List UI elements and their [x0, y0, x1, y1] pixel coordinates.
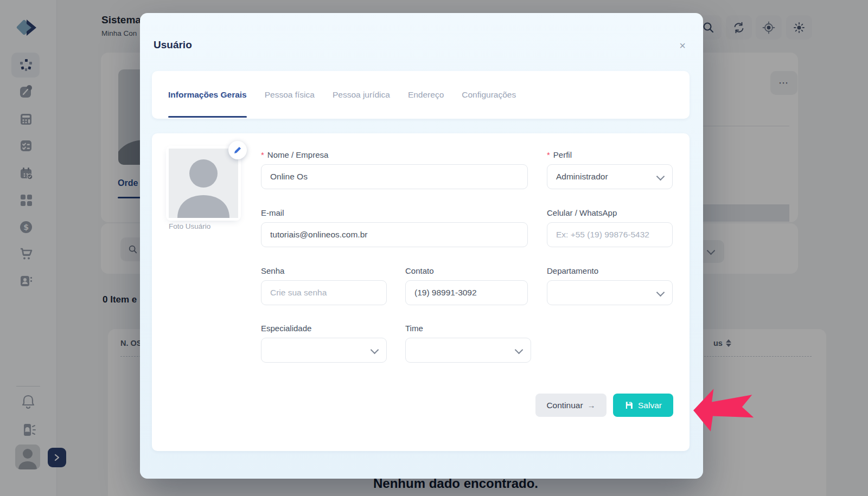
perfil-select[interactable]: Administrador: [547, 164, 673, 189]
field-email: E-mail: [261, 208, 528, 247]
senha-input[interactable]: [261, 280, 387, 305]
required-mark: *: [547, 150, 550, 160]
field-label: Celular / WhatsApp: [547, 208, 617, 218]
edit-photo-button[interactable]: [228, 141, 247, 159]
chevron-down-icon: [656, 288, 665, 297]
field-label: Senha: [261, 266, 284, 276]
user-photo: [169, 149, 238, 218]
field-label: Departamento: [547, 266, 598, 276]
user-form: Foto Usuário * Nome / Empresa * Perfil A…: [152, 133, 690, 451]
email-input[interactable]: [261, 222, 528, 247]
time-select[interactable]: [405, 338, 531, 363]
departamento-select[interactable]: [547, 280, 673, 305]
field-departamento: Departamento: [547, 266, 673, 305]
contato-input[interactable]: [405, 280, 528, 305]
close-icon[interactable]: ×: [679, 40, 686, 51]
salvar-button[interactable]: Salvar: [613, 394, 673, 417]
modal-tabs: Informações Gerais Pessoa física Pessoa …: [152, 71, 690, 119]
field-especialidade: Especialidade: [261, 323, 387, 363]
field-label: E-mail: [261, 208, 284, 218]
tab-endereco[interactable]: Endereço: [408, 71, 444, 119]
modal-title: Usuário: [154, 39, 192, 51]
field-senha: Senha: [261, 266, 387, 305]
tab-pessoa-fisica[interactable]: Pessoa física: [265, 71, 315, 119]
tab-configuracoes[interactable]: Configurações: [462, 71, 516, 119]
save-floppy-icon: [624, 401, 634, 410]
field-label: Especialidade: [261, 323, 311, 333]
field-label: Contato: [405, 266, 434, 276]
screen: $: [0, 0, 868, 496]
perfil-value: Administrador: [556, 172, 608, 182]
field-perfil: * Perfil Administrador: [547, 150, 673, 189]
field-contato: Contato: [405, 266, 528, 305]
tab-pessoa-juridica[interactable]: Pessoa jurídica: [333, 71, 390, 119]
continuar-button[interactable]: Continuar →: [535, 394, 607, 417]
pencil-icon: [233, 146, 242, 154]
required-mark: *: [261, 150, 264, 160]
field-time: Time: [405, 323, 531, 363]
photo-caption: Foto Usuário: [169, 222, 210, 230]
celular-input[interactable]: [547, 222, 673, 247]
field-nome-empresa: * Nome / Empresa: [261, 150, 528, 189]
field-label: Time: [405, 323, 423, 333]
active-tab-underline: [168, 116, 247, 118]
arrow-right-icon: →: [588, 401, 596, 410]
annotation-arrow: [691, 382, 757, 436]
nome-empresa-input[interactable]: [261, 164, 528, 189]
field-celular: Celular / WhatsApp: [547, 208, 673, 247]
tab-informacoes-gerais[interactable]: Informações Gerais: [168, 71, 247, 119]
field-label: Perfil: [553, 150, 572, 160]
especialidade-select[interactable]: [261, 338, 387, 363]
chevron-down-icon: [515, 346, 524, 355]
user-modal: Usuário × Informações Gerais Pessoa físi…: [140, 13, 703, 479]
field-label: Nome / Empresa: [267, 150, 329, 160]
chevron-down-icon: [656, 172, 665, 181]
chevron-down-icon: [371, 346, 379, 355]
